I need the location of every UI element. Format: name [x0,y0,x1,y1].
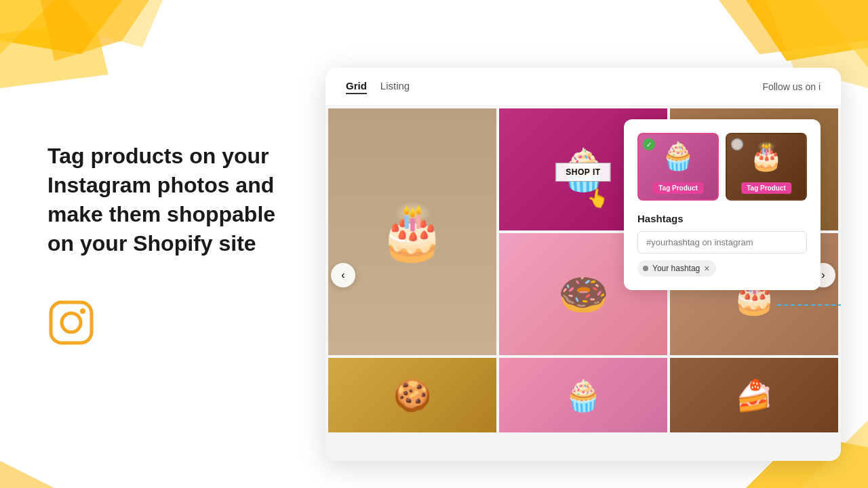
hashtag-tag-label: Your hashtag [652,264,700,273]
unselected-circle-icon [731,138,743,150]
svg-marker-7 [719,0,868,54]
product-thumb-2[interactable]: 🎂 Tag Product [726,133,807,201]
left-panel: Tag products on your Instagram photos an… [0,0,332,488]
grid-item-large-cake: 🎂 [328,108,496,355]
nav-prev-button[interactable]: ‹ [331,263,355,287]
hashtag-tag-pill: Your hashtag × [637,260,716,277]
hashtag-close-button[interactable]: × [704,263,709,274]
selected-check-icon: ✓ [643,138,655,150]
instagram-logo-icon [47,299,95,346]
cupcake2-image: 🧁 [499,358,667,432]
logo-container [47,299,292,346]
svg-marker-5 [746,0,868,61]
grid-item-cookie: 🍪 [328,358,496,432]
product-thumb-1[interactable]: 🧁 ✓ Tag Product [637,133,719,201]
cursor-icon: 👆 [585,186,610,210]
follow-text: Follow us on i [762,81,821,92]
svg-rect-12 [51,302,92,343]
app-content: 🧁 SHOP IT 👆 🎂 🍰 🍩 🎂 [326,106,841,458]
app-mockup: Grid Listing Follow us on i 🧁 SHOP IT 👆 … [326,68,841,461]
cake-slice-image: 🍰 [670,358,838,432]
hashtag-dot-icon [643,266,648,271]
shop-it-button[interactable]: SHOP IT [555,163,610,182]
tab-listing[interactable]: Listing [380,79,410,94]
cake-image: 🎂 [328,108,496,355]
svg-marker-6 [814,0,868,68]
tab-grid[interactable]: Grid [346,79,367,94]
product-thumbnails: 🧁 ✓ Tag Product 🎂 Tag Product [637,133,807,201]
hashtag-input[interactable] [637,231,807,253]
grid-item-cake-slice: 🍰 [670,358,838,432]
tag-product-button-2[interactable]: Tag Product [741,182,791,194]
headline: Tag products on your Instagram photos an… [47,142,292,259]
hashtags-section-label: Hashtags [637,213,807,224]
svg-point-14 [80,308,85,314]
grid-item-cupcake2: 🧁 [499,358,667,432]
dashed-arrow [777,298,841,312]
tag-product-button-1[interactable]: Tag Product [653,182,703,194]
app-topbar: Grid Listing Follow us on i [326,68,841,106]
hashtag-popup: 🧁 ✓ Tag Product 🎂 Tag Product Hashtags Y… [624,119,821,290]
cookie-image: 🍪 [328,358,496,432]
app-tabs: Grid Listing [346,79,410,94]
svg-point-13 [62,313,81,332]
